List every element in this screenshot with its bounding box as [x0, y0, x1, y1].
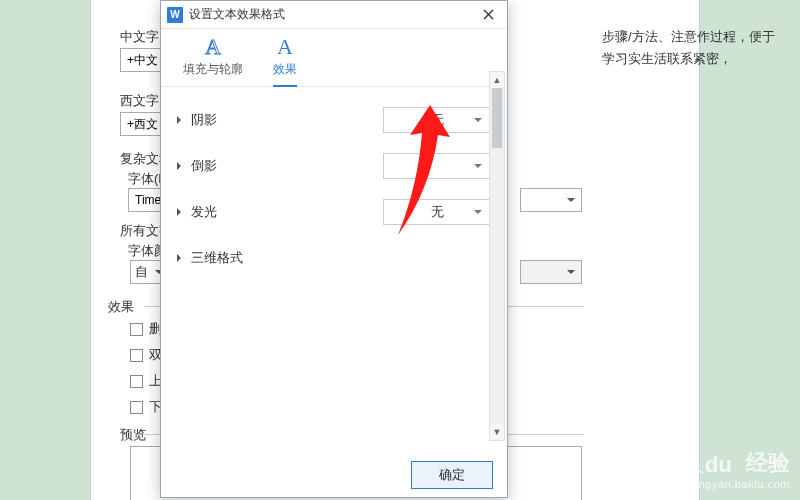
effects-legend: 效果: [108, 299, 134, 314]
select-reflection[interactable]: [383, 153, 491, 179]
combo-right-1[interactable]: [520, 188, 582, 212]
tab-bar: A 填充与轮廓 A 效果: [161, 29, 507, 86]
section-shadow[interactable]: 阴影: [177, 111, 287, 129]
section-3d[interactable]: 三维格式: [177, 249, 287, 267]
label-west-font: 西文字: [120, 92, 159, 110]
dialog-body: 阴影 无 倒影 发光 无 三维格: [161, 87, 507, 485]
background-paragraph: 步骤/方法、注意作过程，便于学习实生活联系紧密，: [602, 26, 782, 70]
scroll-up-button[interactable]: ▲: [490, 72, 504, 88]
close-icon: [483, 9, 494, 20]
app-icon: W: [167, 7, 183, 23]
titlebar[interactable]: W 设置文本效果格式: [161, 1, 507, 29]
select-glow[interactable]: 无: [383, 199, 491, 225]
paw-icon: ෴: [690, 461, 701, 478]
tab-effects[interactable]: A 效果: [273, 37, 297, 86]
label-cn-font: 中文字: [120, 28, 159, 46]
chevron-right-icon: [177, 162, 185, 170]
tab-fill-outline[interactable]: A 填充与轮廓: [183, 37, 243, 86]
chevron-right-icon: [177, 254, 185, 262]
text-effect-dialog: W 设置文本效果格式 A 填充与轮廓 A 效果 阴影 无: [160, 0, 508, 498]
letter-a-effect-icon: A: [277, 37, 293, 57]
section-glow[interactable]: 发光: [177, 203, 287, 221]
preview-legend: 预览: [120, 426, 146, 444]
section-reflection[interactable]: 倒影: [177, 157, 287, 175]
chevron-right-icon: [177, 116, 185, 124]
scroll-track[interactable]: [490, 88, 504, 424]
watermark: Bai෴du 经验 jingyan.baidu.com: [652, 448, 790, 490]
close-button[interactable]: [475, 4, 501, 26]
scroll-thumb[interactable]: [492, 88, 502, 148]
select-shadow[interactable]: 无: [383, 107, 491, 133]
combo-right-2[interactable]: [520, 260, 582, 284]
ok-button[interactable]: 确定: [411, 461, 493, 489]
dialog-title: 设置文本效果格式: [189, 6, 475, 23]
letter-a-outline-icon: A: [205, 37, 221, 57]
scroll-down-button[interactable]: ▼: [490, 424, 504, 440]
scrollbar[interactable]: ▲ ▼: [489, 71, 505, 441]
chevron-right-icon: [177, 208, 185, 216]
